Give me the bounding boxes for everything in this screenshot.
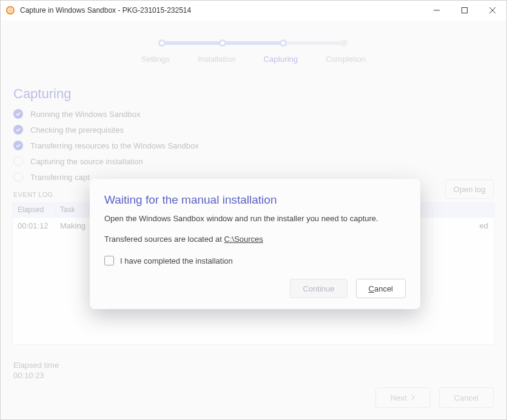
completion-checkbox[interactable]	[104, 256, 114, 265]
check-pending-icon	[13, 156, 23, 166]
section-title: Capturing	[13, 86, 71, 102]
cell-elapsed: 00:01:12	[13, 219, 55, 233]
check-done-icon	[13, 141, 23, 150]
wizard-stepper: Settings Installation Capturing Completi…	[1, 39, 506, 64]
sources-prefix: Transfered sources are located at	[104, 235, 224, 244]
completion-checkbox-row: I have completed the installation	[104, 256, 406, 265]
next-button[interactable]: Next	[375, 387, 431, 408]
step-dot-installation	[219, 39, 226, 47]
app-window: Capture in Windows Sandbox - PKG-231015-…	[0, 0, 507, 420]
completion-checkbox-label: I have completed the installation	[120, 256, 233, 265]
content-area: Settings Installation Capturing Completi…	[1, 21, 506, 419]
open-log-label: Open log	[454, 185, 486, 194]
dialog-cancel-button[interactable]: Cancel	[356, 279, 406, 298]
close-button[interactable]	[478, 1, 506, 20]
maximize-button[interactable]	[451, 1, 478, 20]
step-label-completion: Completion	[326, 55, 366, 64]
window-controls	[423, 1, 506, 20]
titlebar: Capture in Windows Sandbox - PKG-231015-…	[1, 1, 506, 20]
check-label: Checking the prerequisites	[30, 125, 124, 135]
app-icon	[5, 5, 15, 15]
stepper-track	[159, 39, 348, 47]
dialog-sources: Transfered sources are located at C:\Sou…	[104, 233, 406, 245]
dialog-body: Open the Windows Sandbox window and run …	[104, 213, 406, 225]
footer-elapsed: Elapsed time 00:10:23	[13, 361, 59, 380]
elapsed-value: 00:10:23	[13, 371, 59, 380]
col-elapsed: Elapsed	[13, 203, 55, 218]
elapsed-label: Elapsed time	[13, 361, 59, 370]
step-label-capturing: Capturing	[264, 55, 298, 64]
check-done-icon	[13, 109, 23, 119]
minimize-button[interactable]	[423, 1, 451, 20]
check-item: Capturing the source installation	[13, 155, 199, 168]
check-item: Transferring resources to the Windows Sa…	[13, 139, 199, 152]
step-dot-settings	[158, 39, 166, 47]
check-label: Capturing the source installation	[30, 157, 143, 166]
step-dot-completion	[340, 39, 348, 47]
check-done-icon	[13, 125, 23, 135]
dialog-buttons: Continue Cancel	[104, 279, 406, 298]
check-pending-icon	[13, 172, 23, 182]
dialog-title: Waiting for the manual installation	[104, 193, 406, 207]
next-label: Next	[391, 393, 407, 402]
open-log-button[interactable]: Open log	[445, 179, 494, 199]
cancel-button[interactable]: Cancel	[439, 387, 494, 408]
window-title: Capture in Windows Sandbox - PKG-231015-…	[20, 6, 423, 15]
footer-buttons: Next Cancel	[375, 387, 494, 408]
check-label: Transferring capt	[30, 173, 90, 182]
progress-checklist: Running the Windows Sandbox Checking the…	[13, 107, 199, 186]
chevron-right-icon	[411, 393, 415, 402]
check-item: Running the Windows Sandbox	[13, 107, 199, 121]
event-log-heading: EVENT LOG	[13, 191, 53, 198]
manual-installation-dialog: Waiting for the manual installation Open…	[90, 179, 420, 309]
check-label: Running the Windows Sandbox	[30, 110, 140, 119]
step-dot-capturing	[280, 39, 287, 47]
cancel-label: Cancel	[454, 393, 478, 402]
step-label-installation: Installation	[198, 55, 235, 64]
step-label-settings: Settings	[141, 55, 170, 64]
continue-label: Continue	[303, 284, 334, 293]
continue-button[interactable]: Continue	[290, 279, 347, 298]
svg-rect-2	[462, 8, 468, 13]
sources-path-link[interactable]: C:\Sources	[224, 235, 263, 244]
check-item: Checking the prerequisites	[13, 123, 199, 136]
dialog-cancel-label: Cancel	[369, 284, 393, 293]
check-label: Transferring resources to the Windows Sa…	[30, 141, 199, 150]
